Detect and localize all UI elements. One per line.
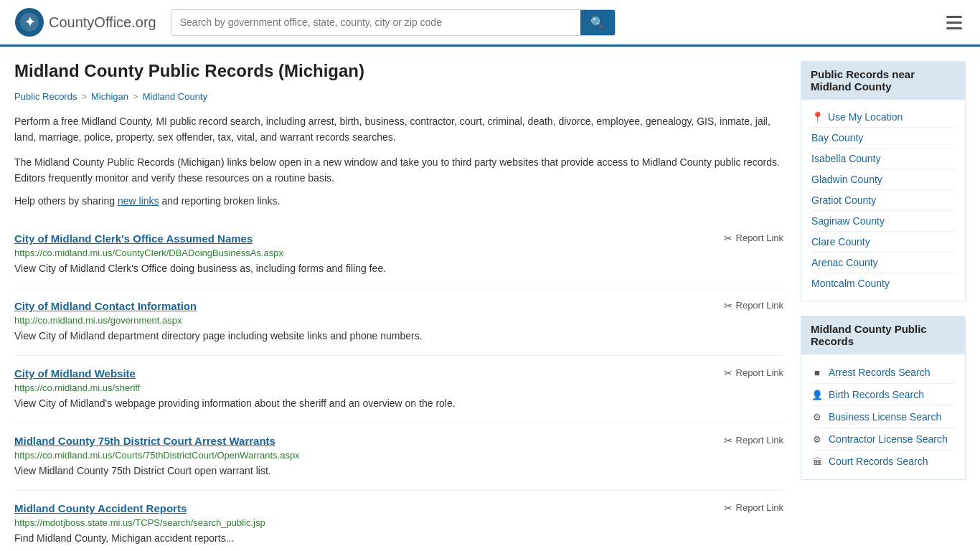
- sidebar-county-item: Clare County: [811, 232, 955, 253]
- contractor-icon: ⚙: [811, 434, 823, 445]
- report-label: Report Link: [736, 300, 783, 311]
- header: ✦ CountyOffice.org 🔍: [0, 0, 980, 47]
- birth-records-link[interactable]: Birth Records Search: [829, 389, 924, 400]
- sidebar-record-item: ⚙ Business License Search: [811, 406, 955, 428]
- report-label: Report Link: [736, 435, 783, 446]
- sidebar-county-item: Arenac County: [811, 253, 955, 273]
- logo[interactable]: ✦ CountyOffice.org: [14, 7, 156, 37]
- logo-ext: .org: [131, 14, 156, 30]
- logo-name: CountyOffice: [49, 14, 131, 30]
- nearby-section: Public Records near Midland County 📍 Use…: [801, 61, 966, 301]
- record-header: Midland County Accident Reports ✂ Report…: [14, 502, 783, 514]
- report-link-button[interactable]: ✂ Report Link: [724, 300, 783, 311]
- use-my-location-item[interactable]: 📍 Use My Location: [811, 107, 955, 128]
- records-section: Midland County Public Records ■ Arrest R…: [801, 316, 966, 480]
- sidebar-county-item: Bay County: [811, 128, 955, 149]
- use-my-location-link[interactable]: Use My Location: [828, 111, 903, 123]
- isabella-county-link[interactable]: Isabella County: [811, 153, 881, 164]
- breadcrumb-midland-county[interactable]: Midland County: [143, 91, 207, 102]
- report-link-button[interactable]: ✂ Report Link: [724, 367, 783, 379]
- bay-county-link[interactable]: Bay County: [811, 132, 863, 143]
- business-icon: ⚙: [811, 412, 823, 423]
- breadcrumb-sep-1: >: [81, 91, 87, 102]
- report-icon: ✂: [724, 367, 732, 379]
- record-url[interactable]: http://co.midland.mi.us/government.aspx: [14, 315, 783, 326]
- business-license-link[interactable]: Business License Search: [829, 411, 941, 423]
- gratiot-county-link[interactable]: Gratiot County: [811, 194, 876, 206]
- record-header: City of Midland Contact Information ✂ Re…: [14, 300, 783, 312]
- report-link-button[interactable]: ✂ Report Link: [724, 502, 783, 514]
- menu-icon[interactable]: [943, 12, 966, 33]
- record-url[interactable]: https://mdotjboss.state.mi.us/TCPS/searc…: [14, 517, 783, 528]
- saginaw-county-link[interactable]: Saginaw County: [811, 215, 885, 227]
- sidebar-record-item: ■ Arrest Records Search: [811, 362, 955, 384]
- breadcrumb-michigan[interactable]: Michigan: [91, 91, 128, 102]
- search-button[interactable]: 🔍: [580, 10, 615, 35]
- arrest-icon: ■: [811, 367, 823, 378]
- record-url[interactable]: https://co.midland.mi.us/CountyClerk/DBA…: [14, 248, 783, 258]
- intro-paragraph-2: The Midland County Public Records (Michi…: [14, 154, 783, 187]
- arenac-county-link[interactable]: Arenac County: [811, 257, 878, 268]
- record-url[interactable]: https://co.midland.mi.us/Courts/75thDist…: [14, 450, 783, 461]
- logo-text: CountyOffice.org: [49, 14, 156, 31]
- record-desc: View City of Midland Clerk's Office doin…: [14, 261, 783, 276]
- nearby-section-title: Public Records near Midland County: [801, 61, 966, 100]
- intro-paragraph-1: Perform a free Midland County, MI public…: [14, 113, 783, 146]
- sidebar-county-item: Gratiot County: [811, 190, 955, 211]
- record-desc: View City of Midland's webpage providing…: [14, 396, 783, 411]
- report-link-button[interactable]: ✂ Report Link: [724, 435, 783, 446]
- record-desc: View City of Midland department director…: [14, 329, 783, 344]
- record-desc: View Midland County 75th District Court …: [14, 463, 783, 479]
- nearby-section-body: 📍 Use My Location Bay County Isabella Co…: [801, 100, 966, 301]
- birth-icon: 👤: [811, 390, 823, 400]
- records-section-body: ■ Arrest Records Search 👤 Birth Records …: [801, 354, 966, 480]
- sidebar-county-item: Isabella County: [811, 149, 955, 169]
- report-icon: ✂: [724, 502, 732, 514]
- menu-line-2: [946, 22, 962, 24]
- record-url[interactable]: https://co.midland.mi.us/sheriff: [14, 382, 783, 393]
- logo-icon: ✦: [14, 7, 44, 37]
- record-title[interactable]: Midland County 75th District Court Arres…: [14, 435, 275, 447]
- help-text-before: Help others by sharing: [14, 195, 118, 207]
- sidebar-record-item: ⚙ Contractor License Search: [811, 428, 955, 451]
- court-icon: 🏛: [811, 456, 823, 467]
- clare-county-link[interactable]: Clare County: [811, 236, 870, 248]
- sidebar-county-item: Gladwin County: [811, 169, 955, 190]
- record-item: City of Midland Clerk's Office Assumed N…: [14, 221, 783, 288]
- sidebar-county-item: Montcalm County: [811, 273, 955, 293]
- page-title: Midland County Public Records (Michigan): [14, 61, 783, 81]
- record-item: Midland County Accident Reports ✂ Report…: [14, 490, 783, 551]
- main-wrapper: Midland County Public Records (Michigan)…: [0, 47, 980, 551]
- record-item: City of Midland Contact Information ✂ Re…: [14, 288, 783, 355]
- record-item: Midland County 75th District Court Arres…: [14, 423, 783, 490]
- breadcrumb-sep-2: >: [133, 91, 138, 102]
- search-input[interactable]: [171, 11, 580, 34]
- content: Midland County Public Records (Michigan)…: [14, 61, 783, 551]
- record-title[interactable]: City of Midland Clerk's Office Assumed N…: [14, 232, 253, 245]
- record-item: City of Midland Website ✂ Report Link ht…: [14, 355, 783, 423]
- breadcrumb-public-records[interactable]: Public Records: [14, 91, 77, 102]
- sidebar-record-item: 👤 Birth Records Search: [811, 384, 955, 406]
- arrest-records-link[interactable]: Arrest Records Search: [829, 367, 930, 378]
- report-icon: ✂: [724, 435, 732, 446]
- records-section-title: Midland County Public Records: [801, 316, 966, 354]
- help-text: Help others by sharing new links and rep…: [14, 195, 783, 207]
- record-title[interactable]: City of Midland Website: [14, 367, 136, 380]
- record-desc: Find Midland County, Michigan accident r…: [14, 531, 783, 546]
- contractor-license-link[interactable]: Contractor License Search: [829, 433, 948, 445]
- report-link-button[interactable]: ✂ Report Link: [724, 232, 783, 244]
- court-records-link[interactable]: Court Records Search: [829, 456, 928, 467]
- report-label: Report Link: [736, 502, 783, 513]
- breadcrumb: Public Records > Michigan > Midland Coun…: [14, 91, 783, 102]
- montcalm-county-link[interactable]: Montcalm County: [811, 278, 890, 289]
- record-title[interactable]: Midland County Accident Reports: [14, 502, 187, 514]
- search-area: 🔍: [171, 9, 616, 36]
- search-icon: 🔍: [590, 17, 605, 29]
- svg-text:✦: ✦: [24, 15, 35, 29]
- gladwin-county-link[interactable]: Gladwin County: [811, 174, 882, 185]
- sidebar-county-item: Saginaw County: [811, 211, 955, 232]
- record-header: Midland County 75th District Court Arres…: [14, 435, 783, 447]
- record-title[interactable]: City of Midland Contact Information: [14, 300, 197, 312]
- menu-line-1: [946, 16, 962, 18]
- new-links-link[interactable]: new links: [118, 195, 159, 207]
